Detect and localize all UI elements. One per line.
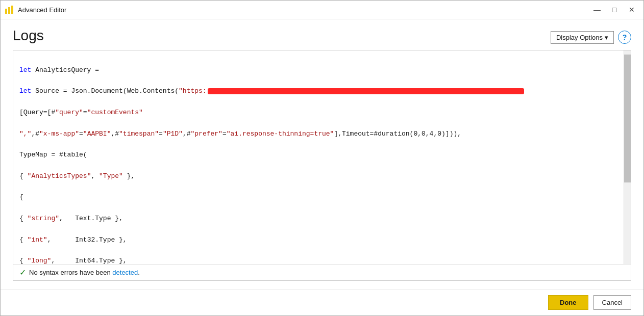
svg-rect-2 [11, 6, 13, 14]
scrollbar-thumb[interactable] [624, 55, 631, 182]
page-title: Logs [13, 28, 44, 44]
status-text: No syntax errors have been detected. [29, 269, 140, 276]
header-row: Logs Display Options ▾ ? [13, 28, 631, 44]
help-button[interactable]: ? [618, 31, 631, 44]
code-editor[interactable]: let AnalyticsQuery = let Source = Json.D… [13, 55, 631, 264]
title-bar-controls: — □ ✕ [589, 4, 639, 16]
maximize-button[interactable]: □ [607, 4, 622, 16]
display-options-button[interactable]: Display Options ▾ [551, 31, 614, 44]
status-bar: ✓ No syntax errors have been detected. [13, 264, 631, 280]
svg-rect-0 [5, 9, 7, 14]
cancel-button[interactable]: Cancel [593, 295, 631, 310]
header-right: Display Options ▾ ? [551, 31, 631, 44]
display-options-label: Display Options [556, 34, 603, 41]
vertical-scrollbar[interactable] [624, 50, 631, 264]
content-area: Logs Display Options ▾ ? let AnalyticsQu… [1, 19, 643, 289]
detected-link[interactable]: detected [112, 269, 138, 276]
title-bar: Advanced Editor — □ ✕ [1, 1, 643, 19]
app-icon [5, 5, 15, 15]
dropdown-arrow-icon: ▾ [605, 34, 608, 41]
svg-rect-1 [8, 7, 10, 14]
title-bar-text: Advanced Editor [18, 6, 589, 14]
footer: Done Cancel [1, 289, 643, 315]
check-icon: ✓ [19, 268, 26, 277]
editor-container: let AnalyticsQuery = let Source = Json.D… [13, 50, 631, 281]
close-button[interactable]: ✕ [624, 4, 639, 16]
advanced-editor-window: Advanced Editor — □ ✕ Logs Display Optio… [0, 0, 644, 316]
minimize-button[interactable]: — [589, 4, 605, 16]
help-icon: ? [623, 33, 627, 41]
done-button[interactable]: Done [548, 295, 588, 310]
editor-scroll[interactable]: let AnalyticsQuery = let Source = Json.D… [13, 50, 631, 264]
